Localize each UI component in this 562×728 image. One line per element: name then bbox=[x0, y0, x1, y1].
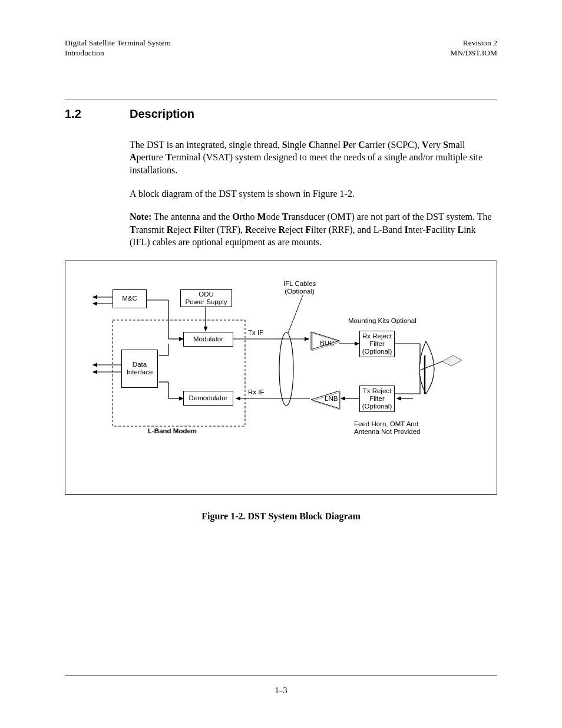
figure-caption: Figure 1-2. DST System Block Diagram bbox=[65, 511, 497, 522]
block-demodulator: Demodulator bbox=[183, 391, 233, 406]
header-rule bbox=[65, 100, 497, 100]
label-lband-modem: L-Band Modem bbox=[148, 427, 197, 435]
section-heading: 1.2 Description bbox=[65, 107, 497, 121]
block-modulator: Modulator bbox=[183, 332, 233, 347]
page-header: Digital Satellite Terminal System Introd… bbox=[65, 38, 497, 58]
block-tx-reject-filter: Tx Reject Filter (Optional) bbox=[359, 386, 395, 412]
paragraph-note: Note: The antenna and the Ortho Mode Tra… bbox=[130, 210, 497, 249]
footer-rule bbox=[65, 676, 497, 676]
svg-line-17 bbox=[288, 295, 303, 333]
section-number: 1.2 bbox=[65, 107, 130, 121]
section-title: Description bbox=[130, 107, 194, 121]
svg-line-24 bbox=[420, 361, 442, 370]
label-buc: BUC bbox=[320, 340, 334, 347]
label-feedhorn-note: Feed Horn, OMT And Antenna Not Provided bbox=[354, 420, 421, 436]
header-title-left-1: Digital Satellite Terminal System bbox=[65, 38, 171, 48]
header-revision: Revision 2 bbox=[450, 38, 497, 48]
label-lnb: LNB bbox=[325, 395, 338, 403]
paragraph-2: A block diagram of the DST system is sho… bbox=[130, 187, 497, 200]
label-ifl-cables: IFL Cables (Optional) bbox=[283, 280, 316, 295]
header-docnum: MN/DST.IOM bbox=[450, 48, 497, 58]
figure-1-2: M&C ODU Power Supply Modulator Demodulat… bbox=[65, 261, 497, 495]
block-odu-power-supply: ODU Power Supply bbox=[180, 289, 232, 307]
label-rx-if: Rx IF bbox=[248, 388, 264, 396]
label-mounting-kits: Mounting Kits Optional bbox=[348, 317, 416, 325]
svg-point-18 bbox=[279, 332, 293, 406]
header-title-left-2: Introduction bbox=[65, 48, 171, 58]
block-mc: M&C bbox=[113, 289, 147, 308]
block-rx-reject-filter: Rx Reject Filter (Optional) bbox=[359, 331, 395, 357]
body-content: The DST is an integrated, single thread,… bbox=[130, 139, 497, 249]
label-tx-if: Tx IF bbox=[248, 329, 263, 337]
page-number: 1–3 bbox=[0, 686, 562, 696]
block-data-interface: Data Interface bbox=[121, 350, 158, 388]
paragraph-1: The DST is an integrated, single thread,… bbox=[130, 139, 497, 177]
